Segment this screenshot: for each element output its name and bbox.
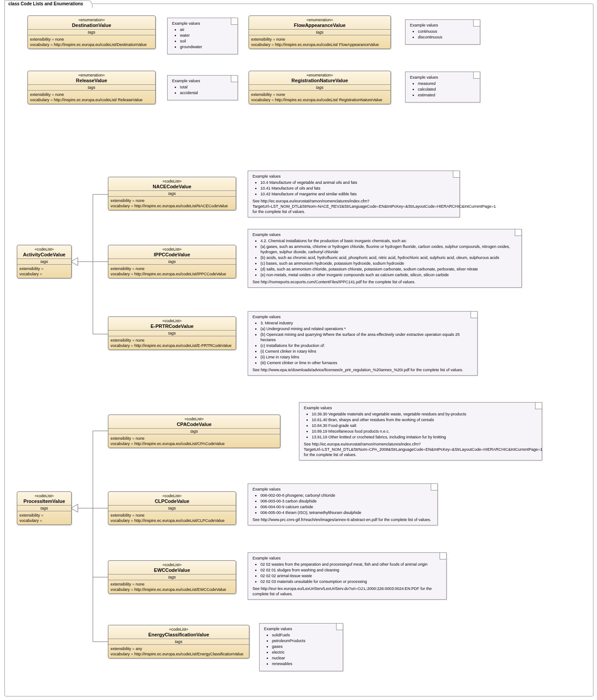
note-title: Example values <box>410 23 476 28</box>
tags-label: tags <box>28 85 155 91</box>
class-DestinationValue: «enumeration»DestinationValuetagsextensi… <box>27 15 156 49</box>
note-bullet: 006-005-00-4 thiram (ISO); tetramethylth… <box>260 510 434 515</box>
tags-label: tags <box>108 506 236 511</box>
stereotype: «enumeration» <box>30 72 153 78</box>
tags-body: extensibility = nonevocabulary = http://… <box>108 265 236 278</box>
stereotype: «enumeration» <box>251 72 389 78</box>
class-name: CLPCodeValue <box>110 498 234 504</box>
class-name: ReleaseValue <box>30 78 153 83</box>
stereotype: «codeList» <box>19 493 69 498</box>
note-bullet: solidFuels <box>272 632 339 638</box>
class-EWCCodeValue: «codeList»EWCCodeValuetagsextensibility … <box>108 560 236 594</box>
note-bullet: measured <box>418 81 476 86</box>
note-FlowAppearanceValue: Example valuescontinuousdiscontinuous <box>405 19 480 45</box>
class-name: RegistrationNatureValue <box>251 78 389 83</box>
diagram-canvas: class Code Lists and Enumerations <box>0 0 597 700</box>
class-name: IPPCCodeValue <box>110 252 234 257</box>
class-name: EnergyClassificationValue <box>110 632 247 637</box>
note-bullet: (ii) Lime in rotary kilns <box>260 354 474 360</box>
stereotype: «codeList» <box>110 493 234 498</box>
note-title: Example values <box>172 21 234 26</box>
note-bullet: accidental <box>180 90 234 95</box>
class-FlowAppearanceValue: «enumeration»FlowAppearanceValuetagsexte… <box>249 15 391 49</box>
tags-body: extensibility = nonevocabulary = http://… <box>28 91 155 104</box>
note-NACECodeValue: Example values10.4 Manufacture of vegeta… <box>248 171 460 217</box>
class-name: CPACodeValue <box>110 422 278 427</box>
tags-body: extensibility = nonevocabulary = http://… <box>108 511 236 525</box>
class-ProcessItemValue: «codeList»ProcessItemValuetagsextensibil… <box>17 491 72 525</box>
note-ReleaseValue: Example valuestotalaccidental <box>167 75 238 100</box>
note-bullet: 10.41 Manufacture of oils and fats <box>260 186 456 191</box>
tags-body: extensibility = nonevocabulary = http://… <box>249 91 390 104</box>
note-bullet: (e) non-metals, metal oxides or other in… <box>260 272 518 278</box>
note-bullet: calculated <box>418 87 476 92</box>
note-bullet: 10.39.30 Vegetable materials and vegetab… <box>312 411 538 417</box>
note-bullet: (a) Underground mining and related opera… <box>260 326 474 331</box>
tags-body: extensibility = nonevocabulary = http://… <box>108 434 280 448</box>
note-bullet: (iii) Cement clinker or lime in other fu… <box>260 360 474 365</box>
note-bullet: nuclear <box>272 655 339 661</box>
note-bullet: 006-003-00-3 carbon disulphide <box>260 498 434 504</box>
tags-label: tags <box>28 30 155 35</box>
stereotype: «codeList» <box>110 416 278 422</box>
note-bullet: (a) gases, such as ammonia, chlorine or … <box>260 244 518 255</box>
note-bullet: 3. Mineral industry <box>260 320 474 326</box>
note-title: Example values <box>172 78 234 84</box>
note-bullet: 02 02 01 sludges from washing and cleani… <box>260 567 443 573</box>
class-CPACodeValue: «codeList»CPACodeValuetagsextensibility … <box>108 415 280 448</box>
note-bullet: (b) acids, such as chromic acid, hydrofl… <box>260 255 518 260</box>
stereotype: «codeList» <box>19 247 69 252</box>
tags-label: tags <box>17 259 71 265</box>
tags-label: tags <box>249 85 390 91</box>
tags-label: tags <box>108 259 236 265</box>
note-EnergyClassificationValue: Example valuessolidFuelspetroleumProduct… <box>259 623 343 671</box>
note-bullet: 10.42 Manufacture of margarine and simil… <box>260 191 456 197</box>
tags-body: extensibility =vocabulary = <box>17 265 71 278</box>
note-bullet: 10.4 Manufacture of vegetable and animal… <box>260 180 456 185</box>
class-EPRTRCodeValue: «codeList»E-PRTRCodeValuetagsextensibili… <box>108 316 236 350</box>
tags-label: tags <box>108 639 249 645</box>
note-fold-icon <box>515 229 521 236</box>
note-bullet: 10.89.19 Miscellaneous food products n.e… <box>312 429 538 434</box>
note-after: See http://eur-lex.europa.eu/LexUriServ/… <box>253 586 443 597</box>
class-name: ProcessItemValue <box>19 498 69 504</box>
note-bullet: gases <box>272 644 339 649</box>
tags-label: tags <box>17 506 71 511</box>
class-name: ActivityCodeValue <box>19 252 69 257</box>
class-CLPCodeValue: «codeList»CLPCodeValuetagsextensibility … <box>108 491 236 525</box>
note-bullet: soil <box>180 38 234 44</box>
class-IPPCCodeValue: «codeList»IPPCCodeValuetagsextensibility… <box>108 245 236 278</box>
tags-body: extensibility = anyvocabulary = http://i… <box>108 645 249 658</box>
note-fold-icon <box>473 20 480 27</box>
note-bullet: 10.61.40 Bran, sharps and other residues… <box>312 417 538 422</box>
stereotype: «codeList» <box>110 247 234 252</box>
note-bullet: 13.91.19 Other knitted or crocheted fabr… <box>312 434 538 440</box>
tags-body: extensibility =vocabulary = <box>17 511 71 525</box>
class-NACECodeValue: «codeList»NACECodeValuetagsextensibility… <box>108 177 236 210</box>
note-bullet: continuous <box>418 29 476 34</box>
tags-body: extensibility = nonevocabulary = http://… <box>28 35 155 49</box>
note-bullet: air <box>180 27 234 32</box>
note-bullet: (i) Cement clinker in rotary kilns <box>260 349 474 354</box>
tags-label: tags <box>249 30 390 35</box>
note-EPRTRCodeValue: Example values3. Mineral industry(a) Und… <box>248 311 478 376</box>
stereotype: «codeList» <box>110 627 247 632</box>
class-name: EWCCodeValue <box>110 567 234 573</box>
note-title: Example values <box>253 232 518 237</box>
note-bullet: (c) bases, such as ammonium hydroxide, p… <box>260 261 518 266</box>
note-title: Example values <box>253 174 456 179</box>
note-bullet: total <box>180 84 234 90</box>
tags-label: tags <box>108 574 236 580</box>
stereotype: «enumeration» <box>30 17 153 23</box>
tags-label: tags <box>108 191 236 197</box>
note-bullet: 006-004-00-9 calcium carbide <box>260 504 434 510</box>
note-title: Example values <box>304 405 538 411</box>
note-fold-icon <box>431 484 437 491</box>
class-name: FlowAppearanceValue <box>251 23 389 28</box>
note-bullet: 006-002-00-8 phosgene; carbonyl chloride <box>260 493 434 498</box>
note-fold-icon <box>231 18 237 25</box>
stereotype: «codeList» <box>110 318 234 323</box>
note-bullet: 4.2. Chemical installations for the prod… <box>260 238 518 243</box>
class-RegistrationNatureValue: «enumeration»RegistrationNatureValuetags… <box>249 71 391 104</box>
stereotype: «codeList» <box>110 562 234 567</box>
